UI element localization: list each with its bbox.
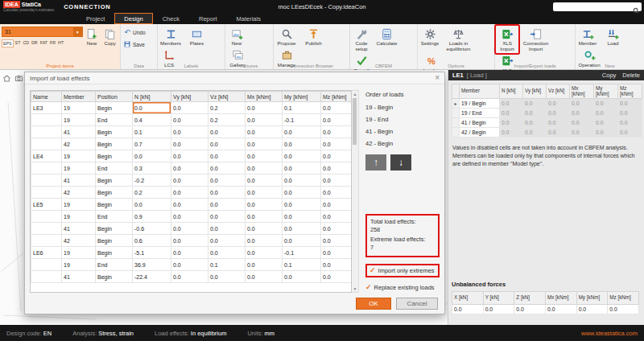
tab-design[interactable]: Design [114, 13, 152, 24]
type-toggle-fr[interactable]: FR [49, 39, 56, 47]
cell[interactable]: 0.0 [321, 199, 353, 211]
viewport-3d[interactable]: Import of load effects × NameMemberPosit… [0, 70, 448, 325]
table-row[interactable]: 19End0.90.00.00.00.00.0 [31, 211, 353, 223]
cell[interactable]: 0.0 [547, 118, 570, 128]
cell[interactable]: 0.0 [246, 223, 283, 235]
cell[interactable]: -0.1 [283, 247, 321, 259]
cell[interactable]: 0.0 [246, 175, 283, 187]
chevron-down-icon[interactable]: ▼ [73, 27, 82, 36]
cell[interactable]: 0.0 [246, 271, 283, 283]
cell[interactable]: 41 / Begin [460, 118, 500, 128]
cell[interactable]: 0.0 [321, 271, 353, 283]
members-labels-button[interactable]: Members [159, 26, 183, 47]
cell[interactable]: 0.0 [500, 118, 523, 128]
type-toggle-fat[interactable]: FAT [39, 39, 48, 47]
cell[interactable]: Begin [96, 150, 133, 162]
cell[interactable]: 0.0 [246, 247, 283, 259]
cell[interactable]: 0.0 [594, 109, 618, 118]
cell[interactable]: -0.6 [133, 223, 171, 235]
cell[interactable]: 0.0 [208, 199, 246, 211]
cell[interactable]: 0.0 [500, 109, 523, 118]
close-icon[interactable]: × [435, 74, 440, 82]
cell[interactable]: 0.0 [547, 109, 570, 118]
cell[interactable]: 0.0 [208, 175, 246, 187]
tab-materials[interactable]: Materials [226, 13, 270, 24]
cell[interactable]: 0.0 [570, 128, 594, 138]
scroll-up-icon[interactable]: ▲ [352, 92, 358, 97]
cell[interactable]: 36.9 [133, 259, 171, 271]
cell[interactable] [31, 271, 62, 283]
table-row[interactable]: 41Begin0.10.00.00.00.00.0 [31, 126, 353, 138]
cancel-button[interactable]: Cancel [396, 298, 438, 310]
cell[interactable]: 0.0 [133, 102, 171, 114]
cell[interactable] [31, 235, 62, 247]
cell[interactable] [31, 126, 62, 138]
cell[interactable]: 0.0 [208, 150, 246, 162]
cell[interactable]: 19 [62, 102, 96, 114]
table-row[interactable]: 0.00.00.00.00.00.0 [452, 305, 639, 314]
type-toggle-ht[interactable]: HT [57, 39, 64, 47]
dialog-titlebar[interactable]: Import of load effects × [25, 72, 444, 84]
cell[interactable]: 0.0 [523, 109, 547, 118]
cell[interactable]: 0.0 [321, 138, 353, 150]
cell[interactable]: 0.0 [246, 187, 283, 199]
cell[interactable]: 41 [62, 223, 96, 235]
cell[interactable]: 0.0 [523, 128, 547, 138]
cell[interactable]: 0.0 [171, 175, 208, 187]
cell[interactable] [452, 109, 460, 118]
cell[interactable]: 19 / Begin [460, 99, 500, 109]
new-load-button[interactable]: Load [602, 26, 623, 47]
cell[interactable]: 0.0 [171, 126, 208, 138]
cell[interactable]: 0.0 [483, 305, 514, 314]
cell[interactable]: 0.1 [208, 259, 246, 271]
cell[interactable]: LE3 [31, 102, 62, 114]
cell[interactable]: 0.0 [283, 211, 321, 223]
type-toggle-dr[interactable]: DR [31, 39, 39, 47]
tab-project[interactable]: Project [76, 13, 114, 24]
table-row[interactable]: 41Begin-0.20.00.00.00.00.0 [31, 175, 353, 187]
cell[interactable]: 0.2 [208, 114, 246, 126]
cell[interactable]: 0.0 [283, 126, 321, 138]
cell[interactable]: Begin [96, 138, 133, 150]
cell[interactable]: 0.1 [133, 126, 171, 138]
table-row[interactable]: 19End0.30.00.00.00.00.0 [31, 162, 353, 175]
cell[interactable]: 19 [62, 247, 96, 259]
cell[interactable]: 0.0 [246, 235, 283, 247]
cell[interactable]: 0.0 [208, 247, 246, 259]
cell[interactable]: 0.3 [133, 162, 171, 175]
loads-in-equilibrium-button[interactable]: Loads in equilibrium [444, 26, 472, 53]
cell[interactable]: 0.0 [246, 138, 283, 150]
order-item[interactable]: 19 - End [365, 116, 440, 123]
table-row[interactable]: LE319Begin0.00.00.20.00.10.0 [31, 102, 353, 114]
cell[interactable]: 0.0 [208, 187, 246, 199]
cell[interactable]: 0.4 [133, 114, 171, 126]
cell[interactable] [452, 128, 460, 138]
cell[interactable]: 0.0 [208, 235, 246, 247]
cell[interactable]: 0.0 [283, 175, 321, 187]
new-member-button[interactable]: Member [576, 26, 599, 47]
cell[interactable]: LE5 [31, 199, 62, 211]
delete-load-button[interactable]: Delete [622, 72, 640, 79]
cell[interactable]: -0.2 [133, 175, 171, 187]
cell[interactable]: 0.0 [246, 126, 283, 138]
cell[interactable]: 0.0 [171, 138, 208, 150]
cell[interactable]: 41 [62, 175, 96, 187]
cell[interactable]: 0.0 [208, 138, 246, 150]
cell[interactable]: 0.0 [283, 235, 321, 247]
cell[interactable]: Begin [96, 223, 133, 235]
table-row[interactable]: 19End36.90.00.10.00.10.0 [31, 259, 353, 271]
cell[interactable]: 0.0 [283, 150, 321, 162]
type-toggle-cd[interactable]: CD [22, 39, 30, 47]
cell[interactable]: 19 [62, 199, 96, 211]
new-project-item-button[interactable]: New [83, 26, 101, 47]
cell[interactable]: 0.0 [594, 128, 618, 138]
scroll-down-icon[interactable]: ▼ [352, 286, 358, 291]
order-item[interactable]: 19 - Begin [365, 104, 440, 111]
table-row[interactable]: ▸19 / Begin0.00.00.00.00.00.0 [452, 99, 642, 109]
cell[interactable]: 41 [62, 126, 96, 138]
table-row[interactable]: LE419Begin0.00.00.00.00.00.0 [31, 150, 353, 162]
cell[interactable]: 42 [62, 235, 96, 247]
cell[interactable]: 0.0 [321, 175, 353, 187]
website-link[interactable]: www.ideastatica.com [581, 330, 638, 337]
cell[interactable]: 0.0 [514, 305, 546, 314]
